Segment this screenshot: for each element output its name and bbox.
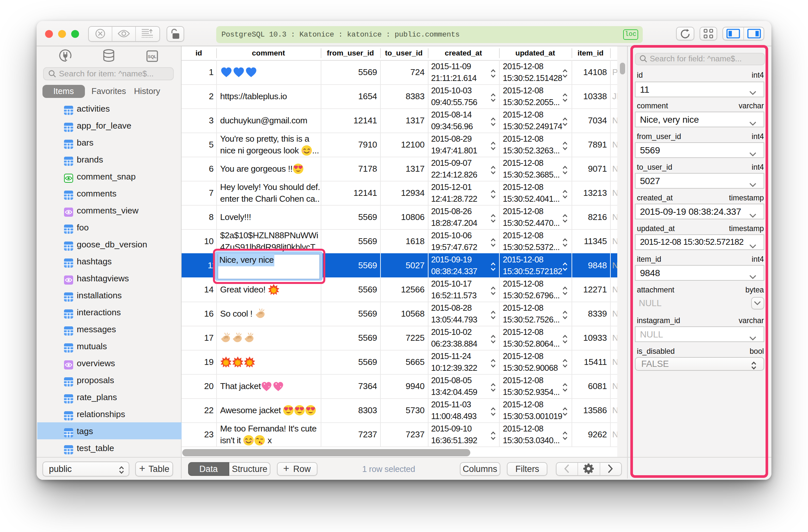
svg-text:SQL: SQL — [148, 54, 156, 59]
